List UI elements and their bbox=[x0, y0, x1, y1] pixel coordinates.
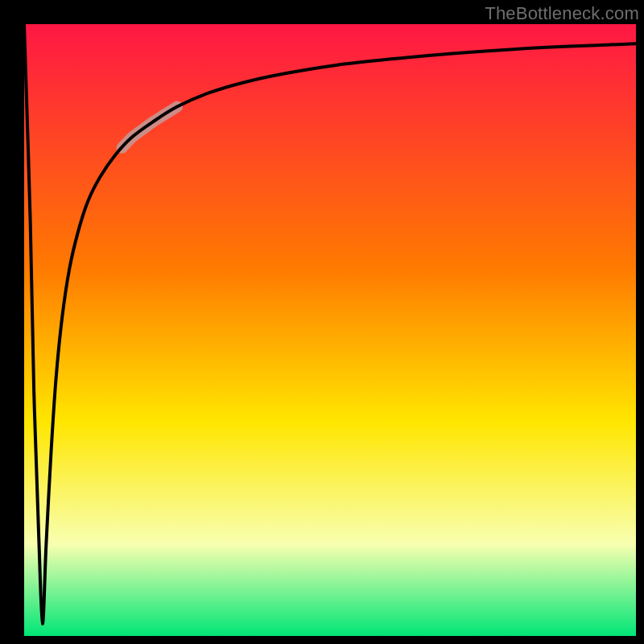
watermark-text: TheBottleneck.com bbox=[485, 3, 639, 24]
chart-frame: TheBottleneck.com bbox=[0, 0, 644, 644]
chart-svg bbox=[24, 24, 636, 636]
gradient-background bbox=[24, 24, 636, 636]
plot-area bbox=[24, 24, 636, 636]
